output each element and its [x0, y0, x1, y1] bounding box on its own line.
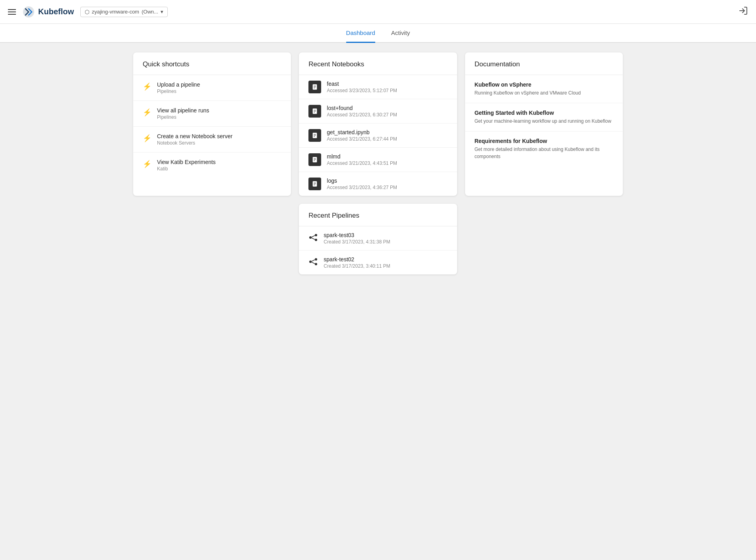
- namespace-name: zyajing-vmware-com: [92, 9, 139, 15]
- quick-shortcuts-card: Quick shortcuts ⚡ Upload a pipeline Pipe…: [133, 52, 291, 196]
- notebook-icon-0: [308, 81, 321, 93]
- documentation-title: Documentation: [465, 52, 623, 75]
- svg-point-26: [309, 261, 312, 263]
- topbar-left: Kubeflow ⬡ zyajing-vmware-com (Own... ▾: [8, 6, 739, 18]
- topbar-right: [739, 6, 748, 17]
- bolt-icon-0: ⚡: [143, 82, 151, 91]
- svg-line-30: [312, 262, 315, 264]
- bottom-col-right: [465, 204, 623, 274]
- svg-point-21: [309, 236, 312, 239]
- notebook-accessed-4: Accessed 3/21/2023, 4:36:27 PM: [327, 185, 397, 190]
- pipeline-item-0[interactable]: spark-test03 Created 3/17/2023, 4:31:38 …: [299, 226, 457, 251]
- svg-line-25: [312, 238, 315, 239]
- pipeline-created-1: Created 3/17/2023, 3:40:11 PM: [324, 263, 390, 269]
- notebook-name-1: lost+found: [327, 105, 397, 111]
- notebook-name-3: mlmd: [327, 153, 397, 160]
- shortcut-sub-3: Katib: [157, 166, 216, 172]
- shortcut-title-3: View Katib Experiments: [157, 159, 216, 165]
- shortcut-sub-2: Notebook Servers: [157, 140, 233, 146]
- namespace-dropdown-icon: ▾: [161, 9, 163, 15]
- doc-desc-2: Get more detailed information about usin…: [475, 146, 613, 160]
- svg-line-29: [312, 260, 315, 261]
- namespace-role: (Own...: [142, 9, 158, 15]
- shortcut-sub-1: Pipelines: [157, 114, 209, 120]
- recent-pipelines-title: Recent Pipelines: [299, 204, 457, 226]
- tab-activity[interactable]: Activity: [391, 24, 410, 43]
- shortcut-title-1: View all pipeline runs: [157, 107, 209, 114]
- svg-point-28: [315, 263, 317, 265]
- pipeline-graph-icon-1: [308, 257, 318, 268]
- hamburger-menu-icon[interactable]: [8, 9, 16, 15]
- main-content: Quick shortcuts ⚡ Upload a pipeline Pipe…: [124, 43, 632, 284]
- notebook-item-3[interactable]: mlmd Accessed 3/21/2023, 4:43:51 PM: [299, 148, 457, 172]
- recent-pipelines-list: spark-test03 Created 3/17/2023, 4:31:38 …: [299, 226, 457, 274]
- namespace-selector[interactable]: ⬡ zyajing-vmware-com (Own... ▾: [80, 7, 168, 17]
- quick-shortcuts-title: Quick shortcuts: [133, 52, 291, 75]
- pipeline-graph-icon-0: [308, 233, 318, 244]
- shortcut-katib-experiments[interactable]: ⚡ View Katib Experiments Katib: [133, 153, 291, 178]
- notebook-item-1[interactable]: lost+found Accessed 3/21/2023, 6:30:27 P…: [299, 99, 457, 124]
- topbar: Kubeflow ⬡ zyajing-vmware-com (Own... ▾: [0, 0, 756, 24]
- recent-pipelines-card: Recent Pipelines spark-te: [299, 204, 457, 274]
- notebook-item-0[interactable]: feast Accessed 3/23/2023, 5:12:07 PM: [299, 75, 457, 99]
- doc-item-0[interactable]: Kubeflow on vSphere Running Kubeflow on …: [465, 75, 623, 103]
- shortcut-create-notebook[interactable]: ⚡ Create a new Notebook server Notebook …: [133, 127, 291, 153]
- doc-item-1[interactable]: Getting Started with Kubeflow Get your m…: [465, 103, 623, 131]
- notebook-name-2: get_started.ipynb: [327, 129, 397, 135]
- doc-title-1: Getting Started with Kubeflow: [475, 110, 613, 116]
- logo-text: Kubeflow: [38, 7, 74, 16]
- doc-title-0: Kubeflow on vSphere: [475, 81, 613, 88]
- namespace-cube-icon: ⬡: [85, 9, 89, 15]
- notebook-accessed-1: Accessed 3/21/2023, 6:30:27 PM: [327, 112, 397, 118]
- notebook-accessed-2: Accessed 3/21/2023, 6:27:44 PM: [327, 136, 397, 142]
- doc-item-2[interactable]: Requirements for Kubeflow Get more detai…: [465, 131, 623, 166]
- quick-shortcuts-list: ⚡ Upload a pipeline Pipelines ⚡ View all…: [133, 75, 291, 178]
- documentation-list: Kubeflow on vSphere Running Kubeflow on …: [465, 75, 623, 166]
- notebook-item-2[interactable]: get_started.ipynb Accessed 3/21/2023, 6:…: [299, 124, 457, 148]
- bolt-icon-1: ⚡: [143, 108, 151, 117]
- notebook-accessed-0: Accessed 3/23/2023, 5:12:07 PM: [327, 88, 397, 93]
- shortcut-sub-0: Pipelines: [157, 89, 200, 94]
- svg-line-24: [312, 236, 315, 237]
- notebook-icon-4: [308, 178, 321, 190]
- notebook-icon-3: [308, 153, 321, 166]
- shortcut-title-2: Create a new Notebook server: [157, 133, 233, 139]
- logo[interactable]: Kubeflow: [22, 6, 74, 18]
- bottom-row: Recent Pipelines spark-te: [133, 204, 623, 274]
- logout-icon[interactable]: [739, 6, 748, 17]
- pipeline-name-1: spark-test02: [324, 256, 390, 263]
- shortcut-title-0: Upload a pipeline: [157, 81, 200, 88]
- notebook-item-4[interactable]: logs Accessed 3/21/2023, 4:36:27 PM: [299, 172, 457, 196]
- kubeflow-logo-icon: [22, 6, 35, 18]
- svg-point-22: [315, 234, 317, 236]
- bolt-icon-3: ⚡: [143, 160, 151, 168]
- tab-dashboard[interactable]: Dashboard: [346, 24, 375, 43]
- svg-point-27: [315, 258, 317, 261]
- bolt-icon-2: ⚡: [143, 134, 151, 143]
- doc-title-2: Requirements for Kubeflow: [475, 138, 613, 144]
- shortcut-view-pipeline-runs[interactable]: ⚡ View all pipeline runs Pipelines: [133, 101, 291, 127]
- notebook-name-0: feast: [327, 81, 397, 87]
- shortcut-upload-pipeline[interactable]: ⚡ Upload a pipeline Pipelines: [133, 75, 291, 101]
- top-grid: Quick shortcuts ⚡ Upload a pipeline Pipe…: [133, 52, 623, 196]
- pipeline-created-0: Created 3/17/2023, 4:31:38 PM: [324, 239, 390, 245]
- pipeline-name-0: spark-test03: [324, 232, 390, 238]
- notebook-accessed-3: Accessed 3/21/2023, 4:43:51 PM: [327, 160, 397, 166]
- notebook-name-4: logs: [327, 178, 397, 184]
- bottom-col-left: [133, 204, 291, 274]
- tabbar: Dashboard Activity: [0, 24, 756, 43]
- notebook-icon-2: [308, 129, 321, 142]
- documentation-card: Documentation Kubeflow on vSphere Runnin…: [465, 52, 623, 196]
- recent-notebooks-title: Recent Notebooks: [299, 52, 457, 75]
- pipeline-item-1[interactable]: spark-test02 Created 3/17/2023, 3:40:11 …: [299, 251, 457, 274]
- doc-desc-1: Get your machine-learning workflow up an…: [475, 118, 613, 125]
- svg-point-23: [315, 239, 317, 241]
- recent-notebooks-card: Recent Notebooks feast Accessed 3/23/202…: [299, 52, 457, 196]
- doc-desc-0: Running Kubeflow on vSphere and VMware C…: [475, 89, 613, 97]
- recent-notebooks-list: feast Accessed 3/23/2023, 5:12:07 PM los…: [299, 75, 457, 196]
- notebook-icon-1: [308, 105, 321, 118]
